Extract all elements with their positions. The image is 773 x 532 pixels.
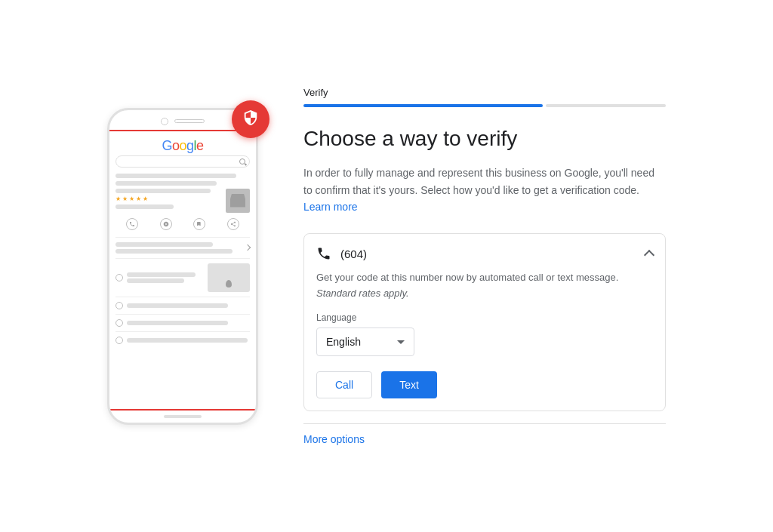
star-1: ★ — [115, 195, 121, 202]
chevron-up-icon — [644, 250, 654, 260]
home-bar — [164, 415, 202, 418]
card-lines: ★ ★ ★ ★ ★ — [115, 189, 221, 209]
divider-2 — [115, 258, 250, 259]
web-icon — [115, 337, 123, 344]
divider-1 — [115, 237, 250, 238]
learn-more-link[interactable]: Learn more — [303, 201, 358, 213]
phone-expanded-content: Get your code at this number now by auto… — [304, 270, 665, 411]
google-letter-e: e — [196, 138, 204, 153]
call-button[interactable]: Call — [316, 371, 372, 398]
progress-label: Verify — [303, 87, 666, 98]
phone-map-row — [115, 263, 250, 292]
phone-header-left: (604) — [316, 246, 367, 261]
google-letter-g: G — [162, 138, 172, 153]
share-action-icon — [227, 218, 239, 230]
google-logo: Google — [162, 139, 203, 152]
skel-web — [127, 338, 248, 343]
star-2: ★ — [122, 195, 128, 202]
progress-fill — [303, 104, 543, 107]
skel-phone — [127, 321, 228, 325]
mini-map — [208, 263, 250, 292]
expanded-description: Get your code at this number now by auto… — [316, 270, 653, 302]
skel-hours — [127, 303, 228, 308]
location-icon — [115, 274, 123, 281]
phone-row — [115, 319, 250, 327]
location-row — [115, 272, 203, 283]
language-select[interactable]: English — [316, 328, 414, 356]
standard-rates-text: Standard rates apply. — [316, 288, 409, 299]
phone-search-icon — [239, 158, 245, 165]
right-panel: Verify Choose a way to verify In order t… — [303, 87, 666, 445]
phone-screen-content: Google ★ ★ ★ — [109, 130, 256, 411]
star-5: ★ — [143, 195, 148, 202]
phone-search-area: Google — [115, 136, 250, 171]
page-container: Google ★ ★ ★ — [0, 0, 773, 532]
divider-4 — [115, 314, 250, 315]
skeleton-line-1 — [115, 174, 236, 178]
web-row — [115, 337, 250, 344]
chevron-right-icon — [245, 244, 251, 251]
star-3: ★ — [129, 195, 134, 202]
phone-action-icons — [115, 216, 250, 232]
phone-mockup: Google ★ ★ ★ — [107, 108, 258, 425]
clock-icon — [115, 302, 123, 309]
phone-icon — [316, 246, 331, 261]
save-action-icon — [193, 218, 205, 230]
description-part1: In order to fully manage and represent t… — [303, 167, 654, 195]
phone-mockup-wrapper: Google ★ ★ ★ — [107, 108, 258, 425]
phone-business-card: ★ ★ ★ ★ ★ — [115, 189, 250, 213]
phone-row-icon — [115, 319, 123, 327]
progress-section: Verify — [303, 87, 666, 107]
skel-loc-2 — [127, 278, 184, 283]
phone-search-box — [115, 155, 250, 168]
map-pin-icon — [226, 280, 232, 288]
language-label: Language — [316, 312, 653, 323]
expanded-desc-text: Get your code at this number now by auto… — [316, 272, 618, 283]
description-text: In order to fully manage and represent t… — [303, 165, 666, 215]
progress-bar — [303, 104, 666, 107]
map-text-lines — [115, 272, 203, 283]
google-letter-o2: o — [179, 138, 186, 153]
more-options-divider — [303, 423, 666, 424]
card-skel-2 — [115, 204, 174, 209]
shield-icon — [242, 109, 259, 129]
security-badge — [232, 100, 269, 138]
skel-loc-1 — [127, 272, 196, 277]
google-letter-g2: g — [186, 138, 194, 153]
progress-empty — [546, 104, 666, 107]
phone-verification-section: (604) Get your code at this number now b… — [303, 233, 666, 411]
hours-row — [115, 302, 250, 309]
page-title: Choose a way to verify — [303, 125, 666, 152]
divider-3 — [115, 297, 250, 297]
side-button-1 — [257, 178, 258, 216]
language-value: English — [326, 336, 361, 348]
phone-number: (604) — [340, 248, 367, 260]
stars-row: ★ ★ ★ ★ ★ — [115, 195, 221, 202]
star-4: ★ — [136, 195, 141, 202]
action-buttons: Call Text — [316, 371, 653, 398]
more-options-link[interactable]: More options — [303, 433, 666, 445]
text-button[interactable]: Text — [381, 371, 437, 398]
skeleton-line-2 — [115, 181, 217, 186]
side-button-2 — [257, 227, 258, 250]
skel-scroll-1 — [115, 242, 213, 247]
dropdown-arrow-icon — [397, 340, 405, 344]
card-skel-1 — [115, 189, 211, 193]
phone-speaker — [174, 119, 205, 123]
store-image — [226, 189, 250, 213]
call-action-icon — [126, 218, 138, 230]
phone-bottom-bar — [109, 411, 256, 423]
phone-camera — [161, 118, 168, 125]
skel-scroll-2 — [115, 249, 233, 254]
divider-5 — [115, 331, 250, 332]
phone-header[interactable]: (604) — [304, 234, 665, 270]
store-icon — [230, 194, 245, 208]
direction-action-icon — [160, 218, 172, 230]
